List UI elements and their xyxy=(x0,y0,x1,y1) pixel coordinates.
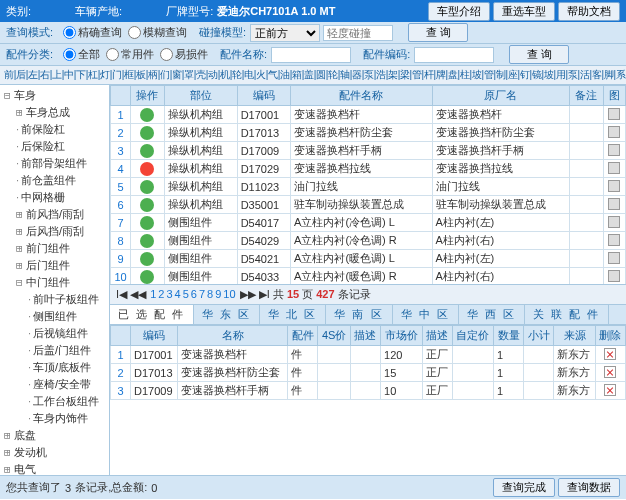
input-partcode[interactable] xyxy=(414,47,494,63)
delete-icon[interactable] xyxy=(604,384,616,396)
page-number[interactable]: 9 xyxy=(215,288,221,300)
page-number[interactable]: 5 xyxy=(183,288,189,300)
col-header[interactable] xyxy=(111,326,131,346)
col-header[interactable]: 编码 xyxy=(131,326,178,346)
tab[interactable]: 华 中 区 xyxy=(393,305,459,324)
page-number[interactable]: 7 xyxy=(199,288,205,300)
tab[interactable]: 已 选 配 件 xyxy=(110,305,194,324)
page-number[interactable]: 4 xyxy=(175,288,181,300)
pager[interactable]: I◀ ◀◀ 12345678910 ▶▶ ▶I 共 15 页 427 条记录 xyxy=(110,285,626,305)
table-row[interactable]: 1操纵机构组D17001变速器换档杆变速器换档杆 xyxy=(111,106,626,124)
tree-node[interactable]: ·前保险杠 xyxy=(2,121,107,138)
col-header[interactable]: 小计 xyxy=(524,326,554,346)
status-icon[interactable] xyxy=(140,216,154,230)
category-tree[interactable]: ⊟车身⊞车身总成·前保险杠·后保险杠·前部骨架组件·前仓盖组件·中网格栅⊞前风挡… xyxy=(0,85,110,475)
col-header[interactable]: 原厂名 xyxy=(432,86,569,106)
status-icon[interactable] xyxy=(140,180,154,194)
tab[interactable]: 华 西 区 xyxy=(459,305,525,324)
tree-node[interactable]: ⊞前风挡/雨刮 xyxy=(2,206,107,223)
tag-filter-bar[interactable]: 前|后|左|右|上|中|下|杠|灯|门|框|板|柄|们|窗|罩|壳|动|机|轮|… xyxy=(0,66,626,85)
col-header[interactable]: 数量 xyxy=(494,326,524,346)
table-row[interactable]: 9侧围组件D54021A立柱内衬(暖色调) LA柱内衬(左) xyxy=(111,250,626,268)
tree-node[interactable]: ·后保险杠 xyxy=(2,138,107,155)
parts-grid[interactable]: 操作部位编码配件名称原厂名备注图1操纵机构组D17001变速器换档杆变速器换档杆… xyxy=(110,85,626,285)
tree-node[interactable]: ·前叶子板组件 xyxy=(2,291,107,308)
tree-node[interactable]: ⊞后门组件 xyxy=(2,257,107,274)
radio-fuzzy[interactable] xyxy=(128,26,141,39)
image-icon[interactable] xyxy=(608,198,620,210)
tree-node[interactable]: ⊞底盘 xyxy=(2,427,107,444)
table-row[interactable]: 7侧围组件D54017A立柱内衬(冷色调) LA柱内衬(左) xyxy=(111,214,626,232)
status-icon[interactable] xyxy=(140,126,154,140)
tree-node[interactable]: ·车顶/底板件 xyxy=(2,359,107,376)
col-header[interactable]: 名称 xyxy=(178,326,288,346)
col-header[interactable]: 描述 xyxy=(350,326,380,346)
page-number[interactable]: 6 xyxy=(191,288,197,300)
col-header[interactable]: 来源 xyxy=(554,326,596,346)
tree-node[interactable]: ⊟中门组件 xyxy=(2,274,107,291)
image-icon[interactable] xyxy=(608,270,620,282)
input-collision-level[interactable] xyxy=(323,25,393,41)
tree-node[interactable]: ·侧围组件 xyxy=(2,308,107,325)
tree-node[interactable]: ·前部骨架组件 xyxy=(2,155,107,172)
tree-node[interactable]: ·座椅/安全带 xyxy=(2,376,107,393)
col-header[interactable]: 市场价 xyxy=(381,326,423,346)
col-header[interactable]: 配件 xyxy=(288,326,318,346)
btn-query[interactable]: 查 询 xyxy=(408,23,468,42)
tab[interactable]: 关 联 配 件 xyxy=(525,305,609,324)
tree-node[interactable]: ·后视镜组件 xyxy=(2,325,107,342)
col-header[interactable]: 部位 xyxy=(164,86,237,106)
table-row[interactable]: 6操纵机构组D35001驻车制动操纵装置总成驻车制动操纵装置总成 xyxy=(111,196,626,214)
image-icon[interactable] xyxy=(608,234,620,246)
page-number[interactable]: 3 xyxy=(166,288,172,300)
tab[interactable]: 华 东 区 xyxy=(194,305,260,324)
tree-node[interactable]: ·工作台板组件 xyxy=(2,393,107,410)
col-header[interactable]: 配件名称 xyxy=(291,86,432,106)
page-number[interactable]: 10 xyxy=(223,288,235,300)
table-row[interactable]: 2操纵机构组D17013变速器换档杆防尘套变速器换挡杆防尘套 xyxy=(111,124,626,142)
radio-wear[interactable] xyxy=(160,48,173,61)
input-partname[interactable] xyxy=(271,47,351,63)
page-number[interactable]: 2 xyxy=(158,288,164,300)
col-header[interactable]: 图 xyxy=(603,86,625,106)
image-icon[interactable] xyxy=(608,216,620,228)
col-header[interactable]: 编码 xyxy=(237,86,290,106)
table-row[interactable]: 3D17009变速器换档杆手柄件10正厂1新东方 xyxy=(111,382,626,400)
btn-complete[interactable]: 查询完成 xyxy=(493,478,555,497)
table-row[interactable]: 1D17001变速器换档杆件120正厂1新东方 xyxy=(111,346,626,364)
tree-node[interactable]: ·前仓盖组件 xyxy=(2,172,107,189)
status-icon[interactable] xyxy=(140,198,154,212)
status-icon[interactable] xyxy=(140,162,154,176)
radio-all[interactable] xyxy=(63,48,76,61)
image-icon[interactable] xyxy=(608,180,620,192)
tree-node[interactable]: ⊞后风挡/雨刮 xyxy=(2,223,107,240)
btn-querydata[interactable]: 查询数据 xyxy=(558,478,620,497)
delete-icon[interactable] xyxy=(604,366,616,378)
image-icon[interactable] xyxy=(608,126,620,138)
tab[interactable]: 华 北 区 xyxy=(260,305,326,324)
tree-node[interactable]: ⊞发动机 xyxy=(2,444,107,461)
radio-exact[interactable] xyxy=(63,26,76,39)
col-header[interactable]: 描述 xyxy=(422,326,452,346)
col-header[interactable]: 备注 xyxy=(569,86,603,106)
status-icon[interactable] xyxy=(140,144,154,158)
delete-icon[interactable] xyxy=(604,348,616,360)
table-row[interactable]: 10侧围组件D54033A立柱内衬(暖色调) RA柱内衬(右) xyxy=(111,268,626,286)
col-header[interactable]: 操作 xyxy=(131,86,165,106)
page-number[interactable]: 8 xyxy=(207,288,213,300)
table-row[interactable]: 5操纵机构组D11023油门拉线油门拉线 xyxy=(111,178,626,196)
status-icon[interactable] xyxy=(140,270,154,284)
btn-intro[interactable]: 车型介绍 xyxy=(428,2,490,21)
tree-node[interactable]: ⊟车身 xyxy=(2,87,107,104)
col-header[interactable]: 删除 xyxy=(595,326,625,346)
col-header[interactable]: 自定价 xyxy=(452,326,494,346)
btn-query-2[interactable]: 查 询 xyxy=(509,45,569,64)
tab[interactable]: 华 南 区 xyxy=(326,305,392,324)
tree-node[interactable]: ⊞前门组件 xyxy=(2,240,107,257)
tree-node[interactable]: ⊞电气 xyxy=(2,461,107,475)
image-icon[interactable] xyxy=(608,144,620,156)
tree-node[interactable]: ·后盖/门组件 xyxy=(2,342,107,359)
status-icon[interactable] xyxy=(140,234,154,248)
image-icon[interactable] xyxy=(608,252,620,264)
tree-node[interactable]: ·中网格栅 xyxy=(2,189,107,206)
